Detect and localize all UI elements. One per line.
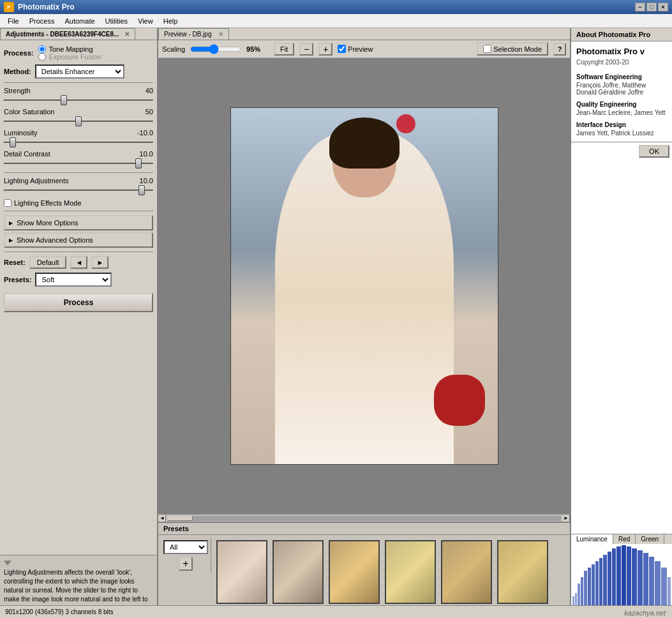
show-advanced-options-button[interactable]: ▶ Show Advanced Options: [4, 232, 153, 248]
process-button[interactable]: Process: [4, 293, 153, 312]
help-button[interactable]: ?: [553, 43, 566, 56]
method-select[interactable]: Details Enhancer Contrast Optimizer Tone…: [35, 64, 124, 79]
center-area: Preview - DB.jpg ✕ Scaling 95% Fit − + P…: [158, 28, 570, 618]
process-row: Process: Tone Mapping Exposure Fusion: [4, 45, 153, 61]
preset-painterly3-image: [441, 540, 492, 604]
add-preset-button[interactable]: +: [179, 557, 193, 571]
maximize-button[interactable]: □: [646, 3, 657, 11]
color-saturation-thumb[interactable]: [75, 116, 82, 126]
tab-preview-label: Preview - DB.jpg: [164, 31, 211, 38]
left-panel: Adjustments - DBEE63A6239F4CE8... ✕ Proc…: [0, 28, 158, 618]
preset-painterly4[interactable]: Painterly 4: [497, 540, 548, 613]
color-saturation-slider-group: Color Saturation 50: [4, 108, 153, 126]
preset-painterly3[interactable]: Painterly 3: [441, 540, 492, 613]
preset-photographic[interactable]: Photographic: [273, 540, 324, 613]
luminosity-thumb[interactable]: [10, 137, 16, 147]
undo-button[interactable]: ◄: [70, 256, 87, 269]
minimize-button[interactable]: −: [635, 3, 645, 11]
window-controls: − □ ×: [635, 3, 668, 11]
menu-process[interactable]: Process: [24, 16, 60, 26]
svg-rect-21: [661, 568, 667, 607]
svg-rect-17: [638, 550, 643, 607]
strength-track[interactable]: [4, 95, 153, 105]
preset-painterly2[interactable]: Painterly 2: [385, 540, 436, 613]
detail-contrast-thumb[interactable]: [135, 158, 142, 169]
lighting-effects-checkbox[interactable]: [4, 199, 11, 207]
svg-rect-22: [668, 577, 671, 607]
menu-utilities[interactable]: Utilities: [100, 16, 133, 26]
scroll-thumb[interactable]: [167, 516, 193, 521]
svg-rect-12: [612, 548, 616, 607]
luminosity-label: Luminosity: [4, 129, 38, 137]
zoom-out-button[interactable]: −: [299, 43, 313, 56]
about-copyright: Copyright 2003-20: [576, 59, 667, 66]
color-saturation-label-row: Color Saturation 50: [4, 108, 153, 116]
tone-mapping-input[interactable]: [38, 45, 46, 53]
svg-rect-9: [599, 558, 602, 607]
menu-view[interactable]: View: [133, 16, 158, 26]
tab-adjustments-close[interactable]: ✕: [124, 31, 130, 38]
exposure-fusion-input[interactable]: [38, 53, 46, 61]
detail-contrast-label: Detail Contrast: [4, 150, 50, 158]
selection-mode-label: Selection Mode: [493, 45, 542, 53]
presets-filter-select[interactable]: All Default Custom: [163, 540, 208, 554]
presets-label: Presets:: [4, 276, 31, 283]
preview-checkbox-row[interactable]: Preview: [338, 45, 373, 53]
menu-file[interactable]: File: [3, 16, 24, 26]
presets-select[interactable]: Soft Default Natural Vivid: [35, 273, 112, 287]
detail-contrast-line: [4, 163, 153, 164]
zoom-in-button[interactable]: +: [318, 43, 332, 56]
menu-help[interactable]: Help: [158, 16, 183, 26]
detail-contrast-slider-group: Detail Contrast 10.0: [4, 150, 153, 169]
about-interface-design-people: James Yett, Patrick Lussiez: [576, 130, 667, 137]
portrait-roses: [434, 375, 485, 426]
tab-adjustments[interactable]: Adjustments - DBEE63A6239F4CE8... ✕: [0, 28, 135, 40]
about-quality-engineering-title: Quality Engineering: [576, 101, 667, 108]
luminosity-track[interactable]: [4, 137, 153, 147]
histogram-tab-green[interactable]: Green: [636, 534, 664, 544]
detail-contrast-track[interactable]: [4, 158, 153, 169]
histogram-tab-red[interactable]: Red: [613, 534, 636, 544]
preset-painterly[interactable]: Painterly: [329, 540, 380, 613]
preview-checkbox[interactable]: [338, 45, 346, 53]
selection-mode-button[interactable]: Selection Mode: [477, 42, 548, 56]
svg-rect-18: [643, 553, 648, 607]
close-button[interactable]: ×: [658, 3, 668, 11]
scroll-right-arrow[interactable]: ►: [562, 515, 570, 522]
menu-automate[interactable]: Automate: [59, 16, 100, 26]
exposure-fusion-label: Exposure Fusion: [49, 53, 101, 61]
about-software-engineering-title: Software Engineering: [576, 73, 667, 80]
tab-preview-close[interactable]: ✕: [218, 31, 223, 38]
redo-button[interactable]: ►: [91, 256, 108, 269]
tone-mapping-radio[interactable]: Tone Mapping: [38, 45, 101, 53]
divider-1: [4, 82, 153, 83]
strength-thumb[interactable]: [61, 95, 67, 105]
about-interface-design-title: Interface Design: [576, 121, 667, 128]
main-container: Adjustments - DBEE63A6239F4CE8... ✕ Proc…: [0, 28, 672, 618]
strength-slider-group: Strength 40: [4, 87, 153, 105]
default-button[interactable]: Default: [29, 256, 67, 269]
lighting-effects-row: Lighting Effects Mode: [4, 199, 153, 207]
svg-rect-11: [608, 552, 611, 607]
reset-label: Reset:: [4, 259, 26, 266]
reset-row: Reset: Default ◄ ►: [4, 256, 153, 269]
preset-default[interactable]: Default: [216, 540, 267, 613]
show-more-options-button[interactable]: ▶ Show More Options: [4, 215, 153, 230]
method-row: Method: Details Enhancer Contrast Optimi…: [4, 64, 153, 79]
color-saturation-track[interactable]: [4, 116, 153, 126]
tab-preview[interactable]: Preview - DB.jpg ✕: [158, 28, 229, 40]
scaling-slider[interactable]: [190, 44, 241, 54]
selection-mode-checkbox[interactable]: [483, 45, 491, 53]
scroll-track[interactable]: [167, 516, 561, 521]
luminosity-slider-group: Luminosity -10.0: [4, 129, 153, 147]
histogram-tab-luminance[interactable]: Luminance: [571, 534, 613, 544]
about-ok-button[interactable]: OK: [639, 145, 669, 158]
lighting-adjustments-track[interactable]: [4, 185, 153, 195]
histogram-svg: [572, 545, 671, 607]
divider-3: [4, 211, 153, 211]
exposure-fusion-radio[interactable]: Exposure Fusion: [38, 53, 101, 61]
lighting-adjustments-thumb[interactable]: [138, 185, 145, 195]
fit-button[interactable]: Fit: [274, 43, 294, 56]
scroll-left-arrow[interactable]: ◄: [158, 515, 166, 522]
presets-filter: All Default Custom +: [161, 538, 211, 573]
